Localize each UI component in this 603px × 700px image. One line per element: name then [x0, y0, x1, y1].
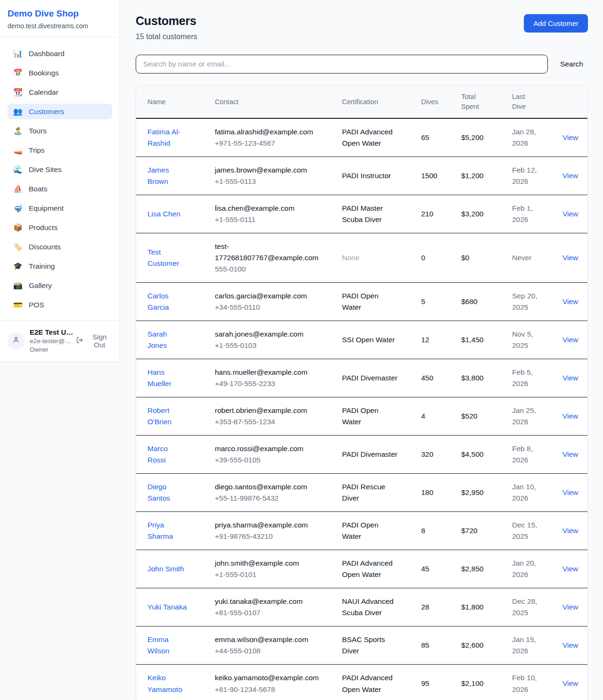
sidebar-item-label: POS — [29, 301, 44, 309]
nav-icon: 🤿 — [13, 204, 23, 213]
customer-dives: 95 — [416, 665, 456, 700]
view-link[interactable]: View — [562, 297, 578, 305]
customer-phone: +91-98765-43210 — [215, 531, 331, 542]
user-name: E2E Test U… — [30, 328, 71, 337]
sidebar-item-bookings[interactable]: 📅 Bookings — [8, 65, 112, 81]
customer-last-dive: Feb 10, 2026 — [512, 672, 543, 695]
table-row: Robert O'Brien robert.obrien@example.com… — [136, 397, 588, 436]
customer-last-dive: Feb 8, 2026 — [512, 443, 543, 466]
customer-total-spent: $0 — [456, 233, 506, 283]
customer-name-link[interactable]: Robert O'Brien — [147, 405, 188, 428]
view-link[interactable]: View — [562, 679, 578, 687]
view-link[interactable]: View — [562, 172, 578, 180]
view-link[interactable]: View — [562, 336, 578, 344]
customer-total-spent: $2,600 — [456, 626, 506, 665]
customer-dives: 450 — [416, 359, 456, 397]
sidebar-item-gallery[interactable]: 📸 Gallery — [8, 278, 112, 293]
customer-certification: PADI Instructor — [342, 170, 391, 181]
view-link[interactable]: View — [562, 133, 578, 141]
customer-last-dive: Dec 28, 2025 — [512, 596, 543, 618]
sidebar-item-pos[interactable]: 💳 POS — [8, 297, 112, 313]
sidebar-item-label: Calendar — [29, 88, 58, 97]
customer-email: fatima.alrashid@example.com — [215, 126, 331, 138]
customer-name-link[interactable]: Fatima Al-Rashid — [147, 126, 188, 149]
view-link[interactable]: View — [562, 254, 578, 262]
view-link[interactable]: View — [562, 488, 578, 496]
customer-last-dive: Feb 12, 2026 — [512, 165, 543, 187]
view-link[interactable]: View — [562, 603, 578, 611]
table-row: Hans Mueller hans.mueller@example.com +4… — [136, 359, 588, 397]
customer-name-link[interactable]: Hans Mueller — [147, 367, 188, 389]
sidebar-item-training[interactable]: 🎓 Training — [8, 258, 112, 274]
avatar — [8, 332, 24, 349]
sidebar-item-label: Training — [29, 262, 55, 271]
customer-name-link[interactable]: Keiko Yamamoto — [147, 672, 188, 695]
sidebar-item-customers[interactable]: 👥 Customers — [8, 104, 112, 119]
sidebar-item-discounts[interactable]: 🏷️ Discounts — [8, 239, 112, 255]
customer-certification: PADI Open Water — [342, 405, 399, 428]
table-row: Keiko Yamamoto keiko.yamamoto@example.co… — [136, 665, 588, 700]
app-layout: Demo Dive Shop demo.test.divestreams.com… — [0, 0, 603, 700]
sidebar-item-dashboard[interactable]: 📊 Dashboard — [8, 46, 112, 61]
customer-name-link[interactable]: Marco Rossi — [147, 443, 188, 466]
sidebar-item-calendar[interactable]: 📆 Calendar — [8, 84, 112, 100]
view-link[interactable]: View — [562, 641, 578, 649]
view-link[interactable]: View — [562, 374, 578, 382]
customer-name-link[interactable]: Test Customer — [147, 247, 188, 269]
user-info: E2E Test U… e2e-tester@… Owner — [30, 328, 71, 354]
customer-total-spent: $3,200 — [456, 195, 506, 233]
sidebar-item-trips[interactable]: 🚤 Trips — [8, 142, 112, 158]
customer-name-link[interactable]: Sarah Jones — [147, 329, 188, 351]
view-link[interactable]: View — [562, 450, 578, 458]
sidebar-item-boats[interactable]: ⛵ Boats — [8, 181, 112, 197]
customer-name-link[interactable]: James Brown — [147, 165, 188, 187]
table-row: Priya Sharma priya.sharma@example.com +9… — [136, 512, 588, 550]
customer-email: priya.sharma@example.com — [215, 519, 331, 531]
sign-out-label: Sign Out — [87, 333, 112, 349]
customer-dives: 4 — [416, 397, 456, 436]
user-role: Owner — [30, 346, 71, 354]
customer-total-spent: $520 — [456, 397, 506, 436]
sidebar-item-dive-sites[interactable]: 🌊 Dive Sites — [8, 162, 112, 177]
add-customer-button[interactable]: Add Customer — [524, 14, 588, 33]
sidebar-item-products[interactable]: 📦 Products — [8, 220, 112, 235]
customer-name-link[interactable]: Diego Santos — [147, 481, 188, 504]
customer-last-dive: Jan 20, 2026 — [512, 558, 543, 580]
customer-email: keiko.yamamoto@example.com — [215, 672, 331, 684]
search-input[interactable] — [136, 55, 548, 74]
table-row: Sarah Jones sarah.jones@example.com +1-5… — [136, 321, 588, 359]
customer-phone: +353-87-555-1234 — [215, 416, 331, 428]
table-row: Emma Wilson emma.wilson@example.com +44-… — [136, 626, 588, 665]
customer-total-spent: $680 — [456, 283, 506, 321]
search-button[interactable]: Search — [555, 60, 588, 68]
customer-name-link[interactable]: Lisa Chen — [147, 208, 180, 220]
sidebar-item-label: Gallery — [29, 281, 52, 290]
customer-total-spent: $5,200 — [456, 118, 506, 157]
customer-email: hans.mueller@example.com — [215, 367, 331, 378]
customer-name-link[interactable]: Yuki Tanaka — [147, 601, 187, 613]
customer-phone: +55-11-99876-5432 — [215, 493, 331, 504]
nav-icon: ⛵ — [13, 184, 23, 193]
nav-icon: 📅 — [13, 68, 23, 77]
view-link[interactable]: View — [562, 210, 578, 218]
customer-name-link[interactable]: Emma Wilson — [147, 634, 188, 657]
table-header-row: Name Contact Certification Dives Total S… — [136, 86, 588, 118]
view-link[interactable]: View — [562, 527, 578, 535]
customer-phone: +1-555-0111 — [215, 214, 331, 225]
sidebar-item-label: Trips — [29, 146, 45, 155]
column-header-name: Name — [136, 86, 209, 118]
view-link[interactable]: View — [562, 412, 578, 420]
shop-domain: demo.test.divestreams.com — [8, 22, 112, 30]
view-link[interactable]: View — [562, 565, 578, 573]
customer-last-dive: Jan 25, 2026 — [512, 405, 543, 428]
sign-out-button[interactable]: Sign Out — [76, 333, 112, 349]
customer-certification: PADI Advanced Open Water — [342, 558, 399, 580]
customer-certification: PADI Open Water — [342, 519, 399, 542]
nav-icon: 🎓 — [13, 262, 23, 271]
customer-total-spent: $1,200 — [456, 157, 506, 195]
customer-name-link[interactable]: Carlos Garcia — [147, 290, 188, 313]
customer-name-link[interactable]: Priya Sharma — [147, 519, 188, 542]
sidebar-item-tours[interactable]: 🏝️ Tours — [8, 123, 112, 139]
customer-name-link[interactable]: John Smith — [147, 563, 184, 575]
sidebar-item-equipment[interactable]: 🤿 Equipment — [8, 200, 112, 216]
